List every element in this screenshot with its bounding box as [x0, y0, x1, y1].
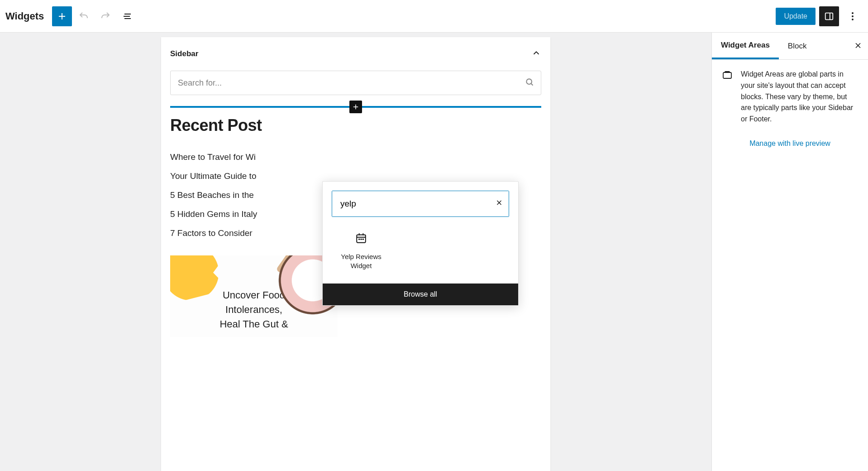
search-input[interactable] — [170, 71, 541, 95]
svg-point-7 — [852, 12, 854, 14]
image-widget[interactable]: Uncover Food Intolerances, Heal The Gut … — [170, 255, 338, 337]
page-title: Widgets — [5, 10, 44, 22]
undo-button[interactable] — [74, 6, 94, 26]
inserter-search-field — [332, 191, 509, 217]
search-block — [170, 71, 541, 95]
svg-rect-25 — [723, 72, 731, 78]
main-area: Sidebar Recent Post — [0, 33, 868, 471]
caption-line: Intolerances, — [170, 303, 338, 317]
tab-block[interactable]: Block — [779, 34, 816, 58]
caption-line: Heal The Gut & — [170, 317, 338, 332]
options-button[interactable] — [843, 6, 863, 26]
sidebar-panel-icon — [824, 11, 834, 21]
manage-live-preview-link[interactable]: Manage with live preview — [712, 134, 868, 153]
list-icon — [122, 11, 133, 22]
svg-point-22 — [363, 239, 364, 240]
settings-body: Widget Areas are global parts in your si… — [712, 60, 868, 134]
add-block-button[interactable] — [52, 6, 72, 26]
widget-area-icon — [722, 69, 733, 125]
berry-graphic — [301, 277, 311, 287]
inserter-results: Yelp Reviews Widget — [323, 226, 518, 284]
update-button[interactable]: Update — [776, 8, 816, 25]
close-settings-button[interactable] — [854, 41, 863, 51]
svg-point-8 — [852, 15, 854, 17]
calendar-icon — [355, 232, 367, 244]
panel-title: Sidebar — [170, 49, 198, 58]
settings-panel: Widget Areas Block Widget Areas are glob… — [711, 33, 868, 471]
plus-icon — [57, 11, 67, 22]
top-toolbar: Widgets Update — [0, 0, 868, 33]
panel-header[interactable]: Sidebar — [161, 37, 550, 71]
settings-description: Widget Areas are global parts in your si… — [741, 69, 858, 125]
redo-button[interactable] — [95, 6, 115, 26]
svg-point-9 — [852, 19, 854, 20]
document-overview-button[interactable] — [117, 6, 137, 26]
tab-widget-areas[interactable]: Widget Areas — [712, 33, 779, 59]
block-option-yelp-reviews[interactable]: Yelp Reviews Widget — [332, 231, 391, 272]
list-item[interactable]: Where to Travel for Wi — [170, 148, 541, 167]
block-option-label: Yelp Reviews Widget — [334, 252, 389, 270]
svg-rect-5 — [825, 13, 833, 19]
berry-graphic — [294, 287, 302, 295]
settings-toggle-button[interactable] — [819, 6, 839, 26]
redo-icon — [100, 11, 111, 22]
kebab-icon — [847, 11, 858, 22]
svg-point-21 — [361, 239, 362, 240]
editor-canvas: Sidebar Recent Post — [0, 33, 711, 471]
close-icon — [495, 199, 503, 207]
inline-inserter-button[interactable] — [349, 101, 362, 113]
toolbar-right: Update — [776, 6, 863, 26]
clear-search-button[interactable] — [495, 199, 503, 209]
inserter-search-input[interactable] — [332, 191, 509, 216]
block-insertion-indicator — [170, 106, 541, 108]
svg-line-11 — [531, 84, 533, 86]
widget-area-panel: Sidebar Recent Post — [161, 37, 550, 471]
close-icon — [854, 41, 863, 50]
search-icon[interactable] — [525, 77, 534, 88]
block-inserter-popover: Yelp Reviews Widget Browse all — [322, 181, 519, 306]
caption-line: Uncover Food — [170, 288, 338, 303]
recent-posts-heading: Recent Post — [170, 116, 541, 135]
spoon-graphic — [276, 255, 304, 274]
image-caption: Uncover Food Intolerances, Heal The Gut … — [170, 288, 338, 332]
browse-all-button[interactable]: Browse all — [323, 284, 518, 305]
undo-icon — [78, 11, 89, 22]
svg-point-20 — [359, 239, 360, 240]
chevron-up-icon — [531, 48, 541, 60]
svg-point-10 — [526, 79, 532, 84]
settings-tabs: Widget Areas Block — [712, 33, 868, 60]
toolbar-left: Widgets — [5, 6, 137, 26]
